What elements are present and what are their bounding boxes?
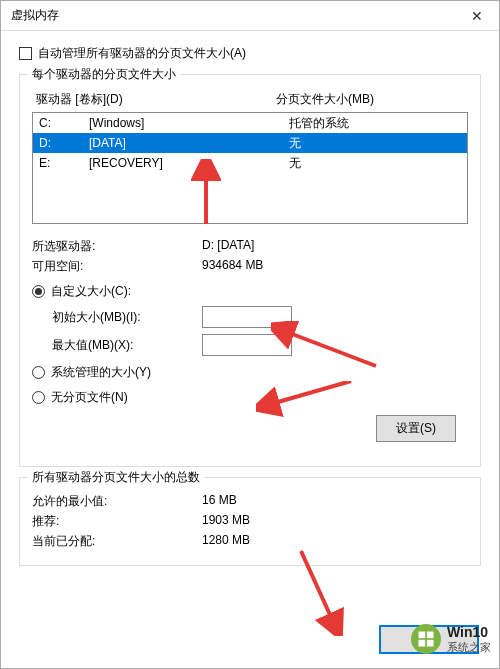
selected-drive-label: 所选驱动器: bbox=[32, 238, 202, 255]
totals-group: 所有驱动器分页文件大小的总数 允许的最小值: 16 MB 推荐: 1903 MB… bbox=[19, 477, 481, 566]
drive-paging: 无 bbox=[289, 134, 461, 152]
radio-none-label: 无分页文件(N) bbox=[51, 389, 128, 406]
drive-letter: C: bbox=[39, 114, 89, 132]
drive-row-c[interactable]: C: [Windows] 托管的系统 bbox=[33, 113, 467, 133]
size-options: 自定义大小(C): 初始大小(MB)(I): 最大值(MB)(X): 系统管理的… bbox=[32, 283, 468, 454]
initial-size-label: 初始大小(MB)(I): bbox=[52, 309, 202, 326]
watermark-text: Win10 系统之家 bbox=[447, 625, 491, 652]
watermark: Win10 系统之家 bbox=[411, 624, 491, 654]
svg-rect-5 bbox=[427, 632, 434, 639]
radio-system-label: 系统管理的大小(Y) bbox=[51, 364, 151, 381]
auto-manage-label: 自动管理所有驱动器的分页文件大小(A) bbox=[38, 45, 246, 62]
selected-drive-value: D: [DATA] bbox=[202, 238, 468, 255]
drive-letter: D: bbox=[39, 134, 89, 152]
drive-label: [DATA] bbox=[89, 134, 289, 152]
svg-rect-6 bbox=[419, 640, 426, 647]
auto-manage-row[interactable]: 自动管理所有驱动器的分页文件大小(A) bbox=[19, 45, 481, 62]
watermark-icon bbox=[411, 624, 441, 654]
watermark-line1: Win10 bbox=[447, 625, 491, 640]
content-area: 自动管理所有驱动器的分页文件大小(A) 每个驱动器的分页文件大小 驱动器 [卷标… bbox=[1, 31, 499, 576]
drive-list[interactable]: C: [Windows] 托管的系统 D: [DATA] 无 E: [RECOV… bbox=[32, 112, 468, 224]
min-value: 16 MB bbox=[202, 493, 468, 510]
set-button[interactable]: 设置(S) bbox=[376, 415, 456, 442]
custom-size-inputs: 初始大小(MB)(I): 最大值(MB)(X): bbox=[52, 306, 468, 356]
rec-label: 推荐: bbox=[32, 513, 202, 530]
radio-none[interactable] bbox=[32, 391, 45, 404]
cur-label: 当前已分配: bbox=[32, 533, 202, 550]
window-title: 虚拟内存 bbox=[11, 7, 454, 24]
freespace-label: 可用空间: bbox=[32, 258, 202, 275]
radio-no-paging[interactable]: 无分页文件(N) bbox=[32, 389, 468, 406]
rec-value: 1903 MB bbox=[202, 513, 468, 530]
radio-custom-size[interactable]: 自定义大小(C): bbox=[32, 283, 468, 300]
max-size-label: 最大值(MB)(X): bbox=[52, 337, 202, 354]
virtual-memory-dialog: 虚拟内存 ✕ 自动管理所有驱动器的分页文件大小(A) 每个驱动器的分页文件大小 … bbox=[0, 0, 500, 669]
titlebar: 虚拟内存 ✕ bbox=[1, 1, 499, 31]
drive-label: [RECOVERY] bbox=[89, 154, 289, 172]
watermark-line2: 系统之家 bbox=[447, 641, 491, 653]
totals-group-title: 所有驱动器分页文件大小的总数 bbox=[28, 469, 204, 486]
drive-row-d[interactable]: D: [DATA] 无 bbox=[33, 133, 467, 153]
freespace-value: 934684 MB bbox=[202, 258, 468, 275]
radio-custom-label: 自定义大小(C): bbox=[51, 283, 131, 300]
svg-rect-7 bbox=[427, 640, 434, 647]
initial-size-input[interactable] bbox=[202, 306, 292, 328]
per-drive-group-title: 每个驱动器的分页文件大小 bbox=[28, 66, 180, 83]
col-drive-label: 驱动器 [卷标](D) bbox=[36, 91, 276, 108]
drive-row-e[interactable]: E: [RECOVERY] 无 bbox=[33, 153, 467, 173]
auto-manage-checkbox[interactable] bbox=[19, 47, 32, 60]
radio-system[interactable] bbox=[32, 366, 45, 379]
drive-paging: 托管的系统 bbox=[289, 114, 461, 132]
min-label: 允许的最小值: bbox=[32, 493, 202, 510]
max-size-input[interactable] bbox=[202, 334, 292, 356]
drive-label: [Windows] bbox=[89, 114, 289, 132]
svg-rect-4 bbox=[419, 632, 426, 639]
cur-value: 1280 MB bbox=[202, 533, 468, 550]
close-button[interactable]: ✕ bbox=[454, 1, 499, 31]
radio-custom[interactable] bbox=[32, 285, 45, 298]
close-icon: ✕ bbox=[471, 8, 483, 24]
col-paging-label: 分页文件大小(MB) bbox=[276, 91, 464, 108]
selected-drive-info: 所选驱动器: D: [DATA] 可用空间: 934684 MB bbox=[32, 238, 468, 275]
drive-paging: 无 bbox=[289, 154, 461, 172]
drive-letter: E: bbox=[39, 154, 89, 172]
drive-list-header: 驱动器 [卷标](D) 分页文件大小(MB) bbox=[32, 91, 468, 108]
per-drive-group: 每个驱动器的分页文件大小 驱动器 [卷标](D) 分页文件大小(MB) C: [… bbox=[19, 74, 481, 467]
radio-system-size[interactable]: 系统管理的大小(Y) bbox=[32, 364, 468, 381]
